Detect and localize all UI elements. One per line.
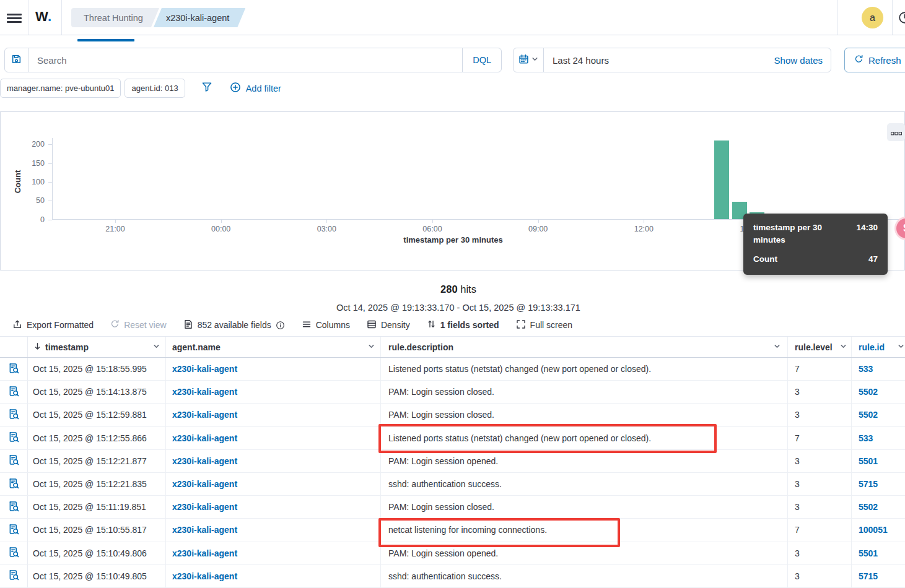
cell-agent-name[interactable]: x230i-kali-agent <box>166 519 381 541</box>
cell-timestamp: Oct 15, 2025 @ 15:11:19.851 <box>28 496 166 518</box>
cell-agent-name[interactable]: x230i-kali-agent <box>166 450 381 472</box>
cell-rule-description: Listened ports status (netstat) changed … <box>381 427 788 449</box>
toolbar-export-formatted[interactable]: Export Formatted <box>12 319 94 331</box>
cell-rule-id[interactable]: 5501 <box>852 450 905 472</box>
calendar-dropdown-button[interactable] <box>514 48 544 72</box>
expand-document-button[interactable] <box>8 478 19 491</box>
toolbar-full-screen[interactable]: Full screen <box>516 319 572 331</box>
cell-rule-level: 3 <box>788 404 852 426</box>
funnel-icon <box>201 82 212 95</box>
expand-document-button[interactable] <box>8 386 19 399</box>
expand-document-button[interactable] <box>8 409 19 422</box>
show-dates-button[interactable]: Show dates <box>774 55 831 66</box>
cell-agent-name[interactable]: x230i-kali-agent <box>166 565 381 587</box>
panel-options-button[interactable] <box>887 123 905 141</box>
cell-timestamp: Oct 15, 2025 @ 15:10:49.805 <box>28 565 166 587</box>
filter-pill[interactable]: manager.name: pve-ubuntu01 <box>0 79 121 98</box>
cell-timestamp: Oct 15, 2025 @ 15:18:55.995 <box>28 358 166 380</box>
header-divider <box>61 0 62 35</box>
cell-agent-name[interactable]: x230i-kali-agent <box>166 358 381 380</box>
filter-options-button[interactable] <box>201 82 212 95</box>
search-input[interactable] <box>28 55 462 66</box>
column-header-rule-level[interactable]: rule.level <box>788 337 852 357</box>
toolbar-density[interactable]: Density <box>367 319 410 331</box>
x-tick-mark <box>221 220 222 223</box>
cell-agent-name[interactable]: x230i-kali-agent <box>166 542 381 564</box>
cell-rule-id[interactable]: 5502 <box>852 404 905 426</box>
chevron-down-icon[interactable] <box>152 342 160 352</box>
column-header-rule-description[interactable]: rule.description <box>381 337 788 357</box>
chevron-down-icon[interactable] <box>773 342 781 352</box>
wazuh-logo[interactable]: W. <box>35 9 52 25</box>
save-query-button[interactable] <box>5 48 28 72</box>
cell-rule-level: 7 <box>788 358 852 380</box>
cell-rule-id[interactable]: 533 <box>852 358 905 380</box>
refresh-button[interactable]: Refresh <box>844 48 905 72</box>
breadcrumb-item[interactable]: Threat Hunting <box>71 8 159 27</box>
cell-rule-id[interactable]: 5715 <box>852 473 905 495</box>
expand-document-button[interactable] <box>8 363 19 376</box>
breadcrumb-item[interactable]: x230i-kali-agent <box>154 8 245 27</box>
time-range-value[interactable]: Last 24 hours <box>544 55 774 66</box>
chevron-down-icon[interactable] <box>367 342 375 352</box>
avatar[interactable]: a <box>862 7 883 28</box>
density-icon <box>367 319 377 331</box>
expand-document-button[interactable] <box>8 547 19 560</box>
cell-rule-id[interactable]: 5501 <box>852 542 905 564</box>
cell-rule-id[interactable]: 533 <box>852 427 905 449</box>
chevron-down-icon[interactable] <box>897 342 905 352</box>
inspect-document-icon <box>8 431 19 444</box>
cell-agent-name[interactable]: x230i-kali-agent <box>166 404 381 426</box>
column-header-timestamp[interactable]: timestamp <box>28 337 166 357</box>
inspect-document-icon <box>8 501 19 514</box>
export-icon <box>12 319 22 331</box>
cell-timestamp: Oct 15, 2025 @ 15:12:21.835 <box>28 473 166 495</box>
toolbar-item-label: Export Formatted <box>27 320 94 330</box>
header-divider <box>837 0 838 35</box>
cell-rule-id[interactable]: 5502 <box>852 496 905 518</box>
expand-document-button[interactable] <box>8 569 19 582</box>
toolbar-1-fields-sorted[interactable]: 1 fields sorted <box>427 319 499 331</box>
chevron-down-icon <box>531 54 539 66</box>
x-tick-mark <box>432 220 433 223</box>
toolbar-852-available-fields[interactable]: 852 available fields <box>183 319 285 331</box>
cell-agent-name[interactable]: x230i-kali-agent <box>166 496 381 518</box>
cell-agent-name[interactable]: x230i-kali-agent <box>166 473 381 495</box>
recent-history-icon[interactable] <box>898 11 905 27</box>
table-row: Oct 15, 2025 @ 15:12:21.835x230i-kali-ag… <box>0 473 905 496</box>
menu-hamburger-icon[interactable] <box>5 11 24 24</box>
column-header-rule-id[interactable]: rule.id <box>852 337 905 357</box>
y-tick-label: 200 <box>11 140 45 149</box>
histogram-bar[interactable] <box>714 141 729 220</box>
expand-document-button[interactable] <box>8 501 19 514</box>
query-language-button[interactable]: DQL <box>462 48 501 72</box>
y-tick-mark <box>48 201 52 201</box>
cell-rule-description: PAM: Login session closed. <box>381 381 788 403</box>
expand-document-button[interactable] <box>8 431 19 444</box>
filter-pill[interactable]: agent.id: 013 <box>125 79 185 98</box>
cell-agent-name[interactable]: x230i-kali-agent <box>166 381 381 403</box>
expand-cell <box>0 473 28 495</box>
chevron-down-icon[interactable] <box>839 342 847 352</box>
cell-rule-id[interactable]: 5715 <box>852 565 905 587</box>
top-header: W. Threat Huntingx230i-kali-agent a <box>0 0 905 35</box>
info-icon[interactable] <box>276 321 285 330</box>
add-filter-button[interactable]: Add filter <box>230 82 281 95</box>
filter-bar: manager.name: pve-ubuntu01agent.id: 013 … <box>0 79 281 98</box>
toolbar-columns[interactable]: Columns <box>302 319 350 331</box>
column-header-agent-name[interactable]: agent.name <box>166 337 381 357</box>
expand-cell <box>0 358 28 380</box>
save-icon <box>11 54 22 67</box>
time-range-summary: Oct 14, 2025 @ 19:13:33.170 - Oct 15, 20… <box>0 303 905 313</box>
cell-rule-level: 3 <box>788 542 852 564</box>
cell-rule-id[interactable]: 100051 <box>852 519 905 541</box>
cell-rule-description: netcat listening for incoming connection… <box>381 519 788 541</box>
toolbar-item-label: 852 available fields <box>198 320 271 330</box>
cell-rule-id[interactable]: 5502 <box>852 381 905 403</box>
expand-document-button[interactable] <box>8 454 19 467</box>
toolbar-item-label: 1 fields sorted <box>440 320 499 330</box>
expand-document-button[interactable] <box>8 524 19 537</box>
expand-column-header <box>0 337 28 357</box>
cell-rule-level: 3 <box>788 473 852 495</box>
cell-agent-name[interactable]: x230i-kali-agent <box>166 427 381 449</box>
